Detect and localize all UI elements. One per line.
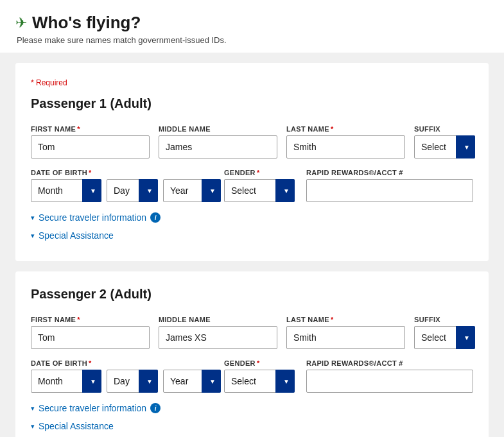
rapid-rewards-group-1: RAPID REWARDS®/ACCT # — [306, 169, 473, 202]
middle-name-label-1: MIDDLE NAME — [159, 125, 277, 133]
suffix-label-1: SUFFIX — [414, 125, 475, 133]
passenger-2-dob-row: DATE OF BIRTH* Month JanuaryFebruaryMarc… — [31, 359, 473, 393]
first-name-input-1[interactable] — [31, 135, 150, 159]
form-card-2: Passenger 2 (Adult) FIRST NAME* MIDDLE N… — [15, 271, 489, 437]
day-group-2: Day — [107, 370, 158, 393]
last-name-input-1[interactable] — [286, 135, 405, 159]
middle-name-group-1: MIDDLE NAME — [159, 125, 277, 159]
year-select-1[interactable]: Year — [163, 179, 221, 202]
month-select-wrapper-2: Month JanuaryFebruaryMarch AprilMayJune … — [31, 370, 101, 393]
year-group-2: Year — [163, 370, 221, 393]
form-card-1: * Required Passenger 1 (Adult) FIRST NAM… — [15, 63, 489, 261]
last-name-label-2: LAST NAME* — [286, 316, 405, 323]
month-group-2: Month JanuaryFebruaryMarch AprilMayJune … — [31, 370, 101, 393]
rapid-rewards-label-1: RAPID REWARDS®/ACCT # — [306, 169, 473, 176]
passenger-1-name-row: FIRST NAME* MIDDLE NAME LAST NAME* SUFFI… — [31, 125, 473, 159]
chevron-special-1: ▾ — [31, 232, 35, 240]
suffix-select-1[interactable]: Select Jr. Sr. II III — [414, 135, 475, 159]
gender-select-wrapper-2: Select Male Female — [224, 370, 295, 393]
month-group-1: Month JanuaryFebruaryMarch AprilMayJune … — [31, 179, 101, 202]
required-note: * Required — [31, 78, 473, 87]
info-icon-2[interactable]: i — [150, 403, 161, 413]
gender-group-1: GENDER* Select Male Female — [224, 169, 295, 202]
special-assistance-label-1: Special Assistance — [39, 230, 114, 241]
chevron-special-2: ▾ — [31, 422, 35, 431]
month-select-1[interactable]: Month JanuaryFebruaryMarch AprilMayJune … — [31, 179, 101, 202]
info-icon-1[interactable]: i — [150, 212, 161, 223]
passenger-2-title: Passenger 2 (Adult) — [31, 287, 473, 304]
special-assistance-link-1[interactable]: ▾ Special Assistance — [31, 230, 473, 241]
first-name-input-2[interactable] — [31, 326, 150, 349]
gender-label-2: GENDER* — [224, 359, 295, 367]
page-wrapper: ✈ Who's flying? Please make sure names m… — [0, 0, 504, 437]
special-assistance-label-2: Special Assistance — [39, 421, 114, 431]
secure-traveler-link-1[interactable]: ▾ Secure traveler information i — [31, 212, 473, 223]
page-title: Who's flying? — [32, 13, 141, 33]
gender-group-2: GENDER* Select Male Female — [224, 359, 295, 393]
day-select-2[interactable]: Day — [107, 370, 158, 393]
gender-select-1[interactable]: Select Male Female — [224, 179, 295, 202]
dob-label-1: DATE OF BIRTH* — [31, 169, 213, 176]
year-select-2[interactable]: Year — [163, 370, 221, 393]
day-group-1: Day for(let i=1;i<=31;i++) document.writ… — [107, 179, 158, 202]
chevron-secure-1: ▾ — [31, 214, 35, 222]
suffix-select-wrapper-1: Select Jr. Sr. II III — [414, 135, 475, 159]
page-subtitle: Please make sure names match government-… — [17, 35, 489, 45]
day-select-wrapper-2: Day — [107, 370, 158, 393]
last-name-group-1: LAST NAME* — [286, 125, 405, 159]
passenger-1-title: Passenger 1 (Adult) — [31, 96, 473, 114]
middle-name-label-2: MIDDLE NAME — [159, 316, 277, 323]
last-name-input-2[interactable] — [286, 326, 405, 349]
last-name-group-2: LAST NAME* — [286, 316, 405, 349]
year-select-wrapper-2: Year — [163, 370, 221, 393]
first-name-label-1: FIRST NAME* — [31, 125, 150, 133]
year-select-wrapper-1: Year — [163, 179, 221, 202]
day-select-wrapper-1: Day for(let i=1;i<=31;i++) document.writ… — [107, 179, 158, 202]
passenger-1-dob-row: DATE OF BIRTH* Month JanuaryFebruaryMarc… — [31, 169, 473, 202]
dob-container-2: DATE OF BIRTH* Month JanuaryFebruaryMarc… — [31, 359, 213, 393]
main-content: * Required Passenger 1 (Adult) FIRST NAM… — [0, 53, 504, 437]
month-select-2[interactable]: Month JanuaryFebruaryMarch AprilMayJune … — [31, 370, 101, 393]
rapid-rewards-input-2[interactable] — [306, 370, 473, 393]
secure-traveler-label-2: Secure traveler information — [39, 403, 146, 413]
middle-name-group-2: MIDDLE NAME — [159, 316, 277, 349]
middle-name-input-2[interactable] — [159, 326, 277, 349]
suffix-group-1: SUFFIX Select Jr. Sr. II III — [414, 125, 475, 159]
first-name-label-2: FIRST NAME* — [31, 316, 150, 323]
suffix-label-2: SUFFIX — [414, 316, 475, 323]
first-name-group-2: FIRST NAME* — [31, 316, 150, 349]
rapid-rewards-input-1[interactable] — [306, 179, 473, 202]
chevron-secure-2: ▾ — [31, 404, 35, 413]
suffix-select-wrapper-2: Select Jr. Sr. II III — [414, 326, 475, 349]
rapid-rewards-group-2: RAPID REWARDS®/ACCT # — [306, 359, 473, 393]
month-select-wrapper-1: Month JanuaryFebruaryMarch AprilMayJune … — [31, 179, 101, 202]
passenger-2-name-row: FIRST NAME* MIDDLE NAME LAST NAME* SUFFI… — [31, 316, 473, 349]
middle-name-input-1[interactable] — [159, 135, 277, 159]
dob-container-1: DATE OF BIRTH* Month JanuaryFebruaryMarc… — [31, 169, 213, 202]
collapsibles-1: ▾ Secure traveler information i ▾ Specia… — [31, 212, 473, 246]
suffix-group-2: SUFFIX Select Jr. Sr. II III — [414, 316, 475, 349]
year-group-1: Year — [163, 179, 221, 202]
rapid-rewards-label-2: RAPID REWARDS®/ACCT # — [306, 359, 473, 367]
last-name-label-1: LAST NAME* — [286, 125, 405, 133]
secure-traveler-label-1: Secure traveler information — [39, 212, 146, 223]
gender-label-1: GENDER* — [224, 169, 295, 176]
plane-icon: ✈ — [15, 15, 27, 31]
dob-label-2: DATE OF BIRTH* — [31, 359, 213, 367]
suffix-select-2[interactable]: Select Jr. Sr. II III — [414, 326, 475, 349]
gender-select-wrapper-1: Select Male Female — [224, 179, 295, 202]
first-name-group-1: FIRST NAME* — [31, 125, 150, 159]
day-select-1[interactable]: Day for(let i=1;i<=31;i++) document.writ… — [107, 179, 158, 202]
secure-traveler-link-2[interactable]: ▾ Secure traveler information i — [31, 403, 473, 413]
page-header: ✈ Who's flying? Please make sure names m… — [0, 0, 504, 53]
collapsibles-2: ▾ Secure traveler information i ▾ Specia… — [31, 403, 473, 436]
gender-select-2[interactable]: Select Male Female — [224, 370, 295, 393]
special-assistance-link-2[interactable]: ▾ Special Assistance — [31, 421, 473, 431]
